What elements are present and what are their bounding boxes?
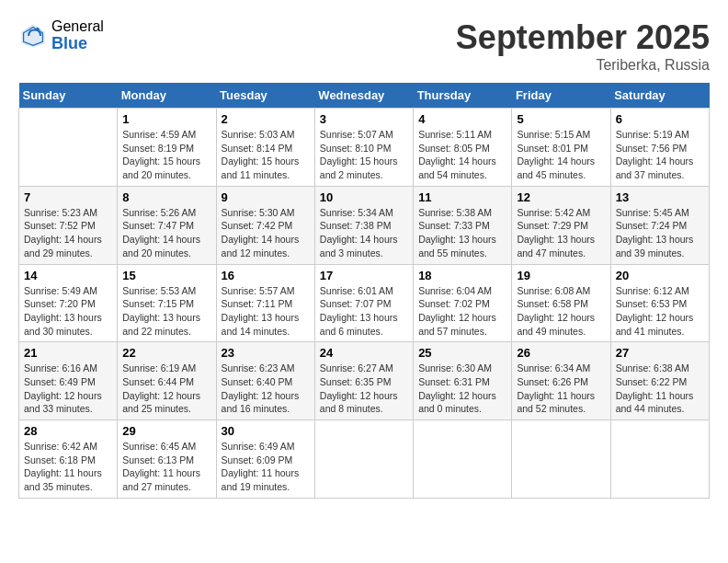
day-info: Sunrise: 4:59 AM Sunset: 8:19 PM Dayligh… (122, 128, 210, 182)
calendar-cell: 5Sunrise: 5:15 AM Sunset: 8:01 PM Daylig… (512, 109, 610, 187)
day-number: 22 (122, 346, 210, 360)
day-info: Sunrise: 5:23 AM Sunset: 7:52 PM Dayligh… (24, 206, 112, 260)
calendar-cell: 4Sunrise: 5:11 AM Sunset: 8:05 PM Daylig… (414, 109, 512, 187)
day-number: 16 (222, 269, 310, 282)
week-row-1: 1Sunrise: 4:59 AM Sunset: 8:19 PM Daylig… (19, 109, 710, 187)
day-number: 25 (418, 346, 506, 360)
calendar-cell: 14Sunrise: 5:49 AM Sunset: 7:20 PM Dayli… (19, 264, 118, 342)
day-info: Sunrise: 5:45 AM Sunset: 7:24 PM Dayligh… (616, 206, 704, 260)
calendar-cell: 17Sunrise: 6:01 AM Sunset: 7:07 PM Dayli… (314, 264, 413, 342)
calendar-cell (414, 420, 512, 499)
logo-general: General (51, 18, 104, 35)
day-number: 15 (122, 269, 210, 282)
day-info: Sunrise: 5:15 AM Sunset: 8:01 PM Dayligh… (517, 128, 605, 182)
calendar-cell: 30Sunrise: 6:49 AM Sunset: 6:09 PM Dayli… (216, 420, 314, 499)
day-info: Sunrise: 5:03 AM Sunset: 8:14 PM Dayligh… (222, 128, 310, 182)
day-info: Sunrise: 5:42 AM Sunset: 7:29 PM Dayligh… (517, 206, 605, 260)
day-number: 27 (616, 346, 704, 360)
header-row: SundayMondayTuesdayWednesdayThursdayFrid… (19, 83, 710, 109)
column-header-friday: Friday (512, 83, 610, 109)
page-header: General Blue September 2025 Teriberka, R… (18, 18, 710, 74)
calendar-table: SundayMondayTuesdayWednesdayThursdayFrid… (18, 83, 710, 499)
day-info: Sunrise: 5:19 AM Sunset: 7:56 PM Dayligh… (616, 128, 704, 182)
column-header-monday: Monday (118, 83, 216, 109)
day-info: Sunrise: 5:49 AM Sunset: 7:20 PM Dayligh… (24, 284, 112, 339)
day-number: 4 (418, 112, 506, 126)
calendar-cell: 20Sunrise: 6:12 AM Sunset: 6:53 PM Dayli… (610, 264, 709, 342)
calendar-cell: 27Sunrise: 6:38 AM Sunset: 6:22 PM Dayli… (610, 342, 709, 420)
calendar-cell: 23Sunrise: 6:23 AM Sunset: 6:40 PM Dayli… (216, 342, 314, 420)
day-info: Sunrise: 6:38 AM Sunset: 6:22 PM Dayligh… (616, 362, 704, 416)
day-number: 29 (122, 424, 210, 438)
day-info: Sunrise: 5:26 AM Sunset: 7:47 PM Dayligh… (122, 206, 210, 260)
calendar-cell: 1Sunrise: 4:59 AM Sunset: 8:19 PM Daylig… (118, 109, 216, 187)
day-number: 12 (517, 190, 605, 204)
day-info: Sunrise: 6:30 AM Sunset: 6:31 PM Dayligh… (418, 362, 506, 416)
calendar-cell: 21Sunrise: 6:16 AM Sunset: 6:49 PM Dayli… (19, 342, 118, 420)
month-title: September 2025 (456, 18, 710, 57)
day-info: Sunrise: 6:27 AM Sunset: 6:35 PM Dayligh… (320, 362, 408, 416)
week-row-2: 7Sunrise: 5:23 AM Sunset: 7:52 PM Daylig… (19, 186, 710, 264)
day-number: 24 (320, 346, 408, 360)
day-info: Sunrise: 6:12 AM Sunset: 6:53 PM Dayligh… (616, 284, 704, 339)
day-number: 10 (320, 190, 408, 204)
day-number: 20 (616, 269, 704, 282)
day-info: Sunrise: 5:07 AM Sunset: 8:10 PM Dayligh… (320, 128, 408, 182)
column-header-saturday: Saturday (610, 83, 709, 109)
day-info: Sunrise: 6:49 AM Sunset: 6:09 PM Dayligh… (222, 440, 310, 494)
day-info: Sunrise: 6:42 AM Sunset: 6:18 PM Dayligh… (24, 440, 112, 494)
logo: General Blue (18, 18, 104, 52)
day-number: 6 (616, 112, 704, 126)
calendar-cell: 24Sunrise: 6:27 AM Sunset: 6:35 PM Dayli… (314, 342, 413, 420)
day-number: 11 (418, 190, 506, 204)
calendar-cell: 29Sunrise: 6:45 AM Sunset: 6:13 PM Dayli… (118, 420, 216, 499)
day-number: 26 (517, 346, 605, 360)
day-info: Sunrise: 6:19 AM Sunset: 6:44 PM Dayligh… (122, 362, 210, 416)
day-info: Sunrise: 6:23 AM Sunset: 6:40 PM Dayligh… (222, 362, 310, 416)
week-row-3: 14Sunrise: 5:49 AM Sunset: 7:20 PM Dayli… (19, 264, 710, 342)
day-info: Sunrise: 6:08 AM Sunset: 6:58 PM Dayligh… (517, 284, 605, 339)
day-number: 19 (517, 269, 605, 282)
day-number: 30 (222, 424, 310, 438)
day-info: Sunrise: 5:38 AM Sunset: 7:33 PM Dayligh… (418, 206, 506, 260)
calendar-cell: 26Sunrise: 6:34 AM Sunset: 6:26 PM Dayli… (512, 342, 610, 420)
calendar-cell: 8Sunrise: 5:26 AM Sunset: 7:47 PM Daylig… (118, 186, 216, 264)
column-header-sunday: Sunday (19, 83, 118, 109)
day-number: 28 (24, 424, 112, 438)
calendar-cell: 3Sunrise: 5:07 AM Sunset: 8:10 PM Daylig… (314, 109, 413, 187)
calendar-cell: 19Sunrise: 6:08 AM Sunset: 6:58 PM Dayli… (512, 264, 610, 342)
day-number: 18 (418, 269, 506, 282)
calendar-cell: 6Sunrise: 5:19 AM Sunset: 7:56 PM Daylig… (610, 109, 709, 187)
column-header-thursday: Thursday (414, 83, 512, 109)
logo-blue: Blue (51, 35, 104, 53)
day-number: 21 (24, 346, 112, 360)
day-info: Sunrise: 6:45 AM Sunset: 6:13 PM Dayligh… (122, 440, 210, 494)
day-info: Sunrise: 6:34 AM Sunset: 6:26 PM Dayligh… (517, 362, 605, 416)
day-number: 2 (222, 112, 310, 126)
day-number: 3 (320, 112, 408, 126)
calendar-cell: 10Sunrise: 5:34 AM Sunset: 7:38 PM Dayli… (314, 186, 413, 264)
day-info: Sunrise: 5:57 AM Sunset: 7:11 PM Dayligh… (222, 284, 310, 339)
title-block: September 2025 Teriberka, Russia (456, 18, 710, 74)
day-info: Sunrise: 6:16 AM Sunset: 6:49 PM Dayligh… (24, 362, 112, 416)
day-info: Sunrise: 6:01 AM Sunset: 7:07 PM Dayligh… (320, 284, 408, 339)
day-info: Sunrise: 6:04 AM Sunset: 7:02 PM Dayligh… (418, 284, 506, 339)
calendar-cell: 22Sunrise: 6:19 AM Sunset: 6:44 PM Dayli… (118, 342, 216, 420)
calendar-cell: 7Sunrise: 5:23 AM Sunset: 7:52 PM Daylig… (19, 186, 118, 264)
logo-text: General Blue (51, 18, 104, 52)
calendar-cell: 13Sunrise: 5:45 AM Sunset: 7:24 PM Dayli… (610, 186, 709, 264)
calendar-cell (512, 420, 610, 499)
calendar-cell: 15Sunrise: 5:53 AM Sunset: 7:15 PM Dayli… (118, 264, 216, 342)
week-row-5: 28Sunrise: 6:42 AM Sunset: 6:18 PM Dayli… (19, 420, 710, 499)
day-number: 5 (517, 112, 605, 126)
day-number: 17 (320, 269, 408, 282)
calendar-cell: 12Sunrise: 5:42 AM Sunset: 7:29 PM Dayli… (512, 186, 610, 264)
calendar-cell: 16Sunrise: 5:57 AM Sunset: 7:11 PM Dayli… (216, 264, 314, 342)
day-number: 1 (122, 112, 210, 126)
calendar-cell: 28Sunrise: 6:42 AM Sunset: 6:18 PM Dayli… (19, 420, 118, 499)
calendar-cell: 18Sunrise: 6:04 AM Sunset: 7:02 PM Dayli… (414, 264, 512, 342)
calendar-cell: 2Sunrise: 5:03 AM Sunset: 8:14 PM Daylig… (216, 109, 314, 187)
day-info: Sunrise: 5:30 AM Sunset: 7:42 PM Dayligh… (222, 206, 310, 260)
location: Teriberka, Russia (456, 57, 710, 74)
calendar-cell: 25Sunrise: 6:30 AM Sunset: 6:31 PM Dayli… (414, 342, 512, 420)
